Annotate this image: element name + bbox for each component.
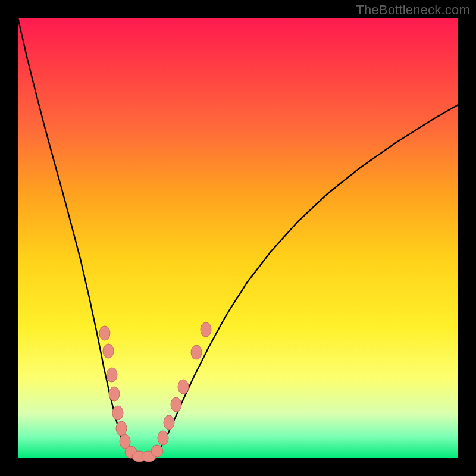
- data-marker: [158, 431, 168, 445]
- plot-area: [18, 18, 458, 458]
- bottleneck-curve: [18, 18, 458, 458]
- chart-svg: [18, 18, 458, 458]
- data-marker: [178, 380, 189, 394]
- watermark-text: TheBottleneck.com: [356, 2, 470, 18]
- data-marker: [107, 368, 117, 382]
- data-marker: [109, 387, 120, 401]
- data-marker: [151, 445, 163, 457]
- marker-group: [99, 322, 211, 462]
- data-marker: [171, 397, 181, 412]
- data-marker: [191, 345, 202, 359]
- data-marker: [164, 415, 174, 430]
- data-marker: [116, 421, 127, 436]
- curve-group: [18, 18, 458, 458]
- data-marker: [201, 322, 211, 337]
- data-marker: [103, 344, 114, 358]
- data-marker: [112, 406, 123, 420]
- outer-frame: TheBottleneck.com: [0, 0, 476, 476]
- data-marker: [99, 326, 110, 340]
